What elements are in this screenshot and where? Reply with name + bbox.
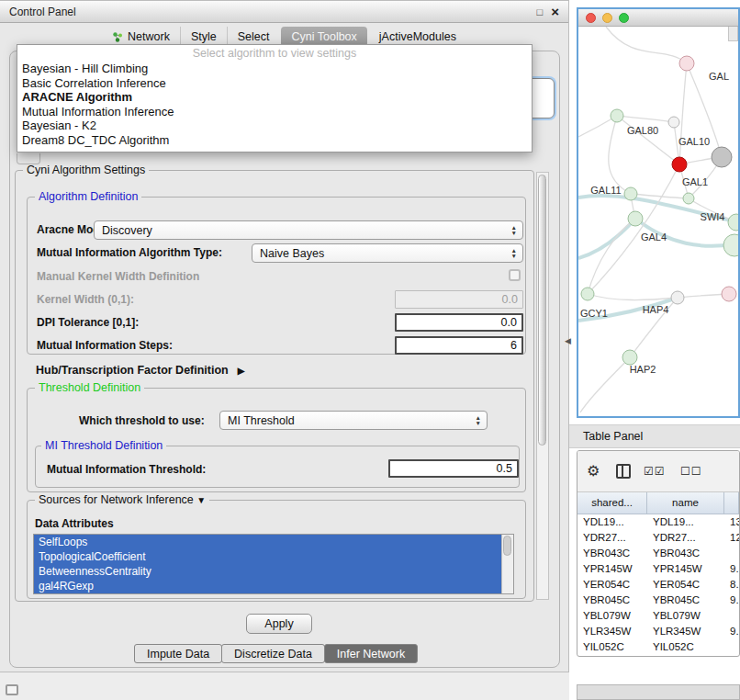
mac-minimize-icon[interactable]	[602, 13, 612, 23]
collapsed-panel-icon[interactable]	[6, 684, 18, 695]
algorithm-dropdown-popup: Select algorithm to view settings Bayesi…	[17, 44, 533, 152]
network-node-gal10[interactable]	[672, 157, 687, 172]
mi-steps-field[interactable]	[395, 336, 523, 355]
mac-zoom-icon[interactable]	[619, 13, 629, 23]
network-node-hap2[interactable]	[622, 350, 637, 365]
deselect-all-checkboxes-icon[interactable]: ☐☐	[680, 465, 702, 478]
algorithm-option[interactable]: Basic Correlation Inference	[17, 76, 532, 91]
table-row[interactable]: YBR045CYBR045C9.	[577, 593, 739, 608]
node-label: GAL	[709, 71, 729, 82]
sources-group: Sources for Network Inference ▼ Data Att…	[27, 500, 526, 599]
mi-threshold-definition-group: MI Threshold Definition Mutual Informati…	[35, 446, 520, 488]
close-icon[interactable]: ×	[551, 5, 559, 18]
mac-close-icon[interactable]	[586, 13, 596, 23]
mi-threshold-field[interactable]	[388, 459, 519, 478]
table-row[interactable]: YDL19...YDL19...13	[577, 514, 739, 530]
node-label: GCY1	[580, 308, 608, 319]
network-node[interactable]	[624, 187, 637, 200]
node-label: GAL80	[627, 125, 658, 136]
network-scrollbar-fragment[interactable]	[728, 27, 738, 41]
table-toolbar: ⚙ ☑☑ ☐☐	[577, 451, 739, 492]
mi-algorithm-type-label: Mutual Information Algorithm Type:	[37, 246, 222, 259]
network-node-swi4[interactable]	[728, 214, 738, 231]
expand-down-icon[interactable]: ▼	[196, 495, 206, 505]
splitter-collapse-icon[interactable]: ◀	[565, 336, 571, 345]
aracne-mode-combobox[interactable]: Discovery ▲▼	[94, 220, 523, 240]
network-node[interactable]	[668, 117, 679, 128]
mi-algorithm-type-combobox[interactable]: Naive Bayes ▲▼	[252, 243, 523, 263]
scrollbar-thumb[interactable]	[538, 175, 546, 446]
gear-icon[interactable]: ⚙	[587, 462, 600, 480]
table-panel-header: Table Panel	[569, 424, 740, 448]
kernel-width-label: Kernel Width (0,1):	[37, 293, 134, 306]
algorithm-option[interactable]: Mutual Information Inference	[17, 105, 532, 119]
algorithm-option[interactable]: Dream8 DC_TDC Algorithm	[17, 133, 532, 148]
node-label: GAL11	[590, 185, 621, 196]
node-label: HAP2	[630, 364, 656, 375]
attribute-item-selected[interactable]: TopologicalCoefficient	[34, 549, 501, 564]
network-view-window[interactable]: GAL GAL80 GAL10 GAL11 GAL1 SWI4 GAL4 GCY…	[577, 7, 740, 418]
hub-tf-definition-section[interactable]: Hub/Transcription Factor Definition ▶	[36, 364, 244, 377]
manual-kernel-width-label: Manual Kernel Width Definition	[37, 270, 199, 283]
table-row[interactable]: YBL079WYBL079W	[577, 608, 739, 624]
manual-kernel-width-checkbox[interactable]	[509, 269, 521, 281]
algorithm-option-selected[interactable]: ARACNE Algorithm	[17, 90, 532, 105]
tab-impute-data[interactable]: Impute Data	[134, 644, 222, 663]
settings-group-title: Cyni Algorithm Settings	[23, 164, 149, 176]
which-threshold-combobox[interactable]: MI Threshold ▲▼	[219, 411, 488, 430]
node-label: GAL10	[678, 136, 710, 147]
algorithm-option[interactable]: Bayesian - K2	[17, 119, 532, 133]
network-node[interactable]	[611, 109, 623, 122]
table-row[interactable]: YER054CYER054C8.	[577, 577, 739, 593]
table-row[interactable]: YBR043CYBR043C	[577, 546, 739, 561]
sources-group-title[interactable]: Sources for Network Inference ▼	[35, 493, 209, 506]
select-all-checkboxes-icon[interactable]: ☑☑	[644, 465, 666, 478]
dpi-tolerance-field[interactable]	[395, 313, 523, 332]
table-row[interactable]: YIL052CYIL052C	[577, 639, 739, 655]
column-header-partial[interactable]	[724, 492, 739, 514]
attribute-item-selected[interactable]: SelfLoops	[34, 535, 501, 549]
node-label: GAL1	[682, 176, 708, 187]
which-threshold-label: Which threshold to use:	[79, 414, 205, 427]
scrollbar-thumb[interactable]	[503, 536, 511, 556]
network-node[interactable]	[712, 147, 732, 167]
settings-scrollbar[interactable]	[536, 172, 549, 600]
tab-infer-network[interactable]: Infer Network	[324, 644, 418, 663]
apply-button[interactable]: Apply	[246, 614, 312, 634]
algorithm-option[interactable]: Bayesian - Hill Climbing	[17, 62, 532, 76]
network-node-gcy1[interactable]	[581, 288, 594, 300]
network-node-gal1[interactable]	[683, 193, 694, 204]
network-tab-icon	[112, 31, 123, 42]
network-node-gal4[interactable]	[628, 211, 643, 226]
control-panel-titlebar[interactable]: Control Panel □ ×	[0, 1, 568, 23]
network-window-titlebar[interactable]	[578, 9, 738, 27]
columns-icon[interactable]	[616, 464, 631, 479]
table-row[interactable]: YLR345WYLR345W9.	[577, 624, 739, 639]
attribute-item-selected[interactable]: BetweennessCentrality	[34, 564, 501, 579]
node-label: HAP4	[643, 304, 669, 315]
attribute-item-selected[interactable]: gal4RGexp	[34, 579, 501, 593]
combo-arrows-icon: ▲▼	[472, 415, 485, 425]
table-row[interactable]: YDR27...YDR27...12	[577, 530, 739, 546]
attribute-list-scrollbar[interactable]	[501, 535, 513, 593]
column-header-name[interactable]: name	[647, 492, 724, 514]
network-node[interactable]	[679, 56, 694, 71]
control-panel-window: Control Panel □ × Network Style Select C…	[0, 0, 569, 672]
network-canvas[interactable]: GAL GAL80 GAL10 GAL11 GAL1 SWI4 GAL4 GCY…	[578, 27, 738, 416]
mi-threshold-label: Mutual Information Threshold:	[47, 463, 206, 476]
table-header-row: shared... name	[577, 492, 739, 514]
mi-threshold-definition-title: MI Threshold Definition	[41, 439, 166, 452]
network-node[interactable]	[671, 291, 684, 304]
window-title: Control Panel	[9, 6, 76, 18]
network-node[interactable]	[723, 234, 738, 256]
combo-arrows-icon: ▲▼	[508, 248, 521, 258]
data-attributes-label: Data Attributes	[35, 517, 114, 530]
tab-discretize-data[interactable]: Discretize Data	[221, 644, 325, 663]
cyni-algorithm-settings-group: Cyni Algorithm Settings Algorithm Defini…	[15, 170, 534, 602]
float-window-icon[interactable]: □	[537, 6, 544, 17]
expand-right-icon[interactable]: ▶	[238, 366, 245, 376]
network-node-hap4[interactable]	[722, 287, 736, 301]
table-row[interactable]: YPR145WYPR145W9.	[577, 561, 739, 577]
column-header-shared-name[interactable]: shared...	[577, 492, 647, 514]
kernel-width-field[interactable]	[395, 290, 523, 309]
